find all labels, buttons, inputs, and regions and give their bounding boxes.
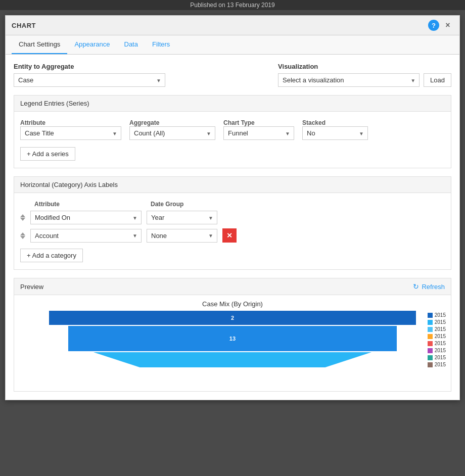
load-button[interactable]: Load [424,73,451,87]
top-bar: Published on 13 February 2019 [0,0,465,10]
viz-row: Select a visualization Bar Chart Line Ch… [278,73,451,87]
entity-select[interactable]: Case Account Contact Lead [14,73,165,87]
chart-content: 2 13 2015 [19,311,446,367]
axis-attribute-select-2[interactable]: Account Modified On Case Title Status [30,229,142,243]
sort-down-2[interactable] [20,236,25,239]
entity-label: Entity to Aggregate [14,63,266,70]
visualization-label: Visualization [278,63,451,70]
entity-field-group: Entity to Aggregate Case Account Contact… [14,63,266,87]
viz-select-wrapper: Select a visualization Bar Chart Line Ch… [278,73,420,87]
stacked-select-wrapper: No Yes ▼ [302,126,368,140]
legend-item-5: 2015 [428,341,446,346]
legend-item-7: 2015 [428,355,446,360]
legend-section-header: Legend Entries (Series) [14,96,451,112]
delete-row-2-button[interactable]: ✕ [222,228,237,243]
funnel-chart: 2 13 [39,311,426,367]
col-attribute-header: Attribute [20,119,121,126]
legend-color-4 [428,334,433,339]
legend-color-7 [428,355,433,360]
legend-data-row: Case Title Account Modified On Status Pr… [20,126,445,140]
col-stacked-header: Stacked [302,119,368,126]
add-category-button[interactable]: + Add a category [20,249,83,262]
axis-dategroup-select-2[interactable]: None Year Quarter Month Day [147,229,217,243]
header-actions: ? × [428,20,453,31]
funnel-bar-mid: 13 [68,326,396,351]
entity-select-wrapper: Case Account Contact Lead ▼ [14,73,165,87]
preview-section: Preview ↻ Refresh Case Mix (By Origin) 2 [14,278,451,392]
charttype-select[interactable]: Funnel Bar Line Area Pie [223,126,294,140]
axis-dategroup-select-wrapper-2: None Year Quarter Month Day ▼ [147,229,217,243]
axis-section-body: Attribute Date Group Modified On [14,193,451,269]
funnel-bar-bot [78,352,387,367]
preview-label: Preview [20,283,43,291]
legend-item-8: 2015 [428,362,446,367]
aggregate-select[interactable]: Count (All) Sum Average Min Max [129,126,215,140]
funnel-bar-top: 2 [49,311,416,325]
legend-color-3 [428,327,433,332]
chart-title: Case Mix (By Origin) [19,300,446,308]
legend-color-2 [428,320,433,325]
axis-attr-header: Attribute [34,200,146,208]
axis-dategroup-select-1[interactable]: Year Quarter Month Day None [147,211,217,224]
chart-dialog: CHART ? × Chart Settings Appearance Data… [5,15,460,400]
tab-bar: Chart Settings Appearance Data Filters [6,35,459,55]
attribute-select-wrapper: Case Title Account Modified On Status Pr… [20,126,121,140]
preview-header: Preview ↻ Refresh [14,278,451,295]
aggregate-select-wrapper: Count (All) Sum Average Min Max ▼ [129,126,215,140]
tab-data[interactable]: Data [117,35,145,54]
axis-column-headers: Attribute Date Group [34,200,445,208]
refresh-icon: ↻ [413,282,419,291]
help-button[interactable]: ? [428,20,439,31]
axis-dategroup-select-wrapper-1: Year Quarter Month Day None ▼ [147,211,217,224]
axis-attribute-select-1[interactable]: Modified On Account Case Title Status [30,211,142,224]
sort-arrows-1[interactable] [20,214,25,221]
preview-body: Case Mix (By Origin) 2 13 [14,295,451,391]
col-charttype-header: Chart Type [223,119,294,126]
visualization-field-group: Visualization Select a visualization Bar… [278,63,451,87]
sort-up-1[interactable] [20,214,25,217]
legend-color-6 [428,348,433,353]
legend-column-headers: Attribute Aggregate Chart Type Stacked [20,119,445,126]
legend-color-5 [428,341,433,346]
legend-item-4: 2015 [428,334,446,339]
add-series-button[interactable]: + Add a series [20,147,75,161]
attribute-select[interactable]: Case Title Account Modified On Status Pr… [20,126,121,140]
legend-section: Legend Entries (Series) Attribute Aggreg… [14,95,451,168]
axis-section: Horizontal (Category) Axis Labels Attrib… [14,176,451,270]
axis-row-1: Modified On Account Case Title Status ▼ … [20,211,445,224]
legend-item-2: 2015 [428,319,446,325]
axis-section-header: Horizontal (Category) Axis Labels [14,177,451,193]
axis-attr-select-wrapper-1: Modified On Account Case Title Status ▼ [30,211,142,224]
sort-arrows-2[interactable] [20,232,25,239]
tab-appearance[interactable]: Appearance [67,35,117,54]
col-aggregate-header: Aggregate [129,119,215,126]
legend-color-8 [428,362,433,367]
visualization-select[interactable]: Select a visualization Bar Chart Line Ch… [278,73,420,87]
dialog-title: CHART [12,22,36,29]
tab-filters[interactable]: Filters [145,35,177,54]
legend-item-1: 2015 [428,312,446,318]
legend-color-1 [428,313,433,318]
legend-item-3: 2015 [428,326,446,332]
sort-down-1[interactable] [20,218,25,221]
top-fields-row: Entity to Aggregate Case Account Contact… [14,63,451,87]
published-text: Published on 13 February 2019 [190,2,274,9]
axis-dategroup-header: Date Group [151,200,221,208]
stacked-select[interactable]: No Yes [302,126,368,140]
legend-item-6: 2015 [428,348,446,353]
charttype-select-wrapper: Funnel Bar Line Area Pie ▼ [223,126,294,140]
dialog-header: CHART ? × [6,16,459,35]
axis-row-2: Account Modified On Case Title Status ▼ … [20,228,445,243]
axis-attr-select-wrapper-2: Account Modified On Case Title Status ▼ [30,229,142,243]
sort-up-2[interactable] [20,232,25,235]
chart-legend: 2015 2015 2015 [428,312,446,367]
tab-chart-settings[interactable]: Chart Settings [12,35,67,54]
dialog-body: Entity to Aggregate Case Account Contact… [6,55,459,400]
chart-area: Case Mix (By Origin) 2 13 [19,300,446,386]
refresh-button[interactable]: ↻ Refresh [413,282,445,291]
close-button[interactable]: × [442,20,453,31]
legend-section-body: Attribute Aggregate Chart Type Stacked [14,112,451,168]
